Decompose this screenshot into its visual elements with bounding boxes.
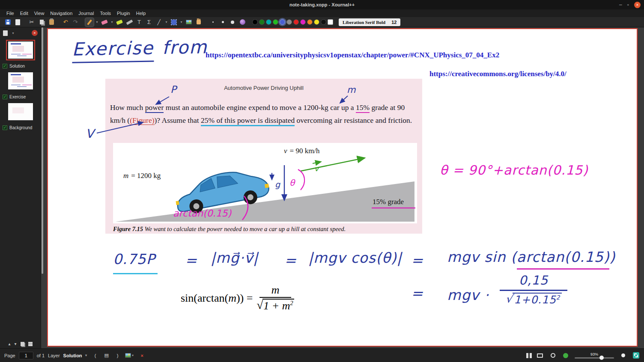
color-swatch[interactable] — [300, 19, 306, 25]
layer-item[interactable]: ✓ Exercise — [0, 92, 41, 99]
eraser-tool-button[interactable] — [100, 18, 109, 27]
select-dropdown-caret[interactable]: ▾ — [179, 20, 183, 24]
new-file-button[interactable] — [13, 18, 22, 27]
maximize-button[interactable]: ▫ — [627, 2, 629, 7]
toolbar: ✂ ↶ ↷ ▾ ▾ T Σ ╱ ▾ ▾ Liberation Serif Bol… — [0, 17, 644, 27]
sidebar-close-button[interactable]: × — [32, 30, 38, 36]
fullscreen-icon — [633, 352, 639, 359]
menu-item[interactable]: Navigation — [47, 11, 75, 16]
equation-term2: |mgv cos(θ)| — [308, 249, 402, 266]
menu-item[interactable]: File — [3, 11, 17, 16]
color-swatch[interactable] — [273, 19, 278, 25]
presentation-button[interactable] — [536, 352, 544, 359]
prev-layer-button[interactable]: ( — [92, 352, 99, 359]
pen-dropdown-caret[interactable]: ▾ — [95, 20, 99, 24]
color-swatch[interactable] — [321, 19, 326, 25]
layer-thumbnail — [8, 72, 33, 89]
color-swatch[interactable] — [307, 19, 313, 25]
menu-item[interactable]: Help — [133, 11, 149, 16]
menu-item[interactable]: View — [31, 11, 48, 16]
fullscreen-button[interactable] — [632, 352, 640, 359]
paste-button[interactable] — [47, 18, 56, 27]
exercise-text-segment: must an automobile engine expend to move… — [164, 103, 356, 112]
canvas-scrollbar[interactable] — [42, 27, 43, 274]
current-page-preview[interactable] — [6, 40, 35, 60]
sidebar-document-icon[interactable] — [3, 30, 8, 36]
color-swatch[interactable] — [259, 19, 265, 25]
zoom-slider-knob[interactable] — [599, 356, 604, 360]
highlighter-tool-button[interactable] — [115, 18, 124, 27]
zoom-100-button[interactable] — [562, 352, 569, 359]
layer-checkbox[interactable]: ✓ — [3, 95, 7, 99]
layer-item[interactable]: ✓ Background — [0, 123, 41, 130]
sidebar-down-button[interactable]: ▾ — [15, 341, 17, 346]
layer-select[interactable]: Solution ▾ — [63, 353, 88, 358]
sidebar: ▾ × ✓ Solution ✓ Exercise — [0, 27, 41, 348]
layer-item[interactable]: ✓ Solution — [0, 61, 41, 68]
thickness-thick-button[interactable] — [228, 18, 237, 27]
exercise-text-segment: (Figure) — [130, 116, 154, 125]
page-number-input[interactable] — [19, 352, 33, 359]
layer-checkbox[interactable]: ✓ — [3, 125, 7, 130]
menu-item[interactable]: Plugin — [114, 11, 133, 16]
layer-preview-button[interactable]: ▤ — [103, 352, 110, 359]
thickness-fine-button[interactable] — [209, 18, 217, 27]
tex-tool-icon: Σ — [147, 19, 151, 25]
sidebar-dropdown-caret[interactable]: ▾ — [11, 31, 15, 35]
mass-label: m= 1200 kg — [123, 172, 161, 180]
thickness-medium-button[interactable] — [218, 18, 227, 27]
sidebar-grid-button[interactable] — [28, 342, 33, 346]
delete-layer-button[interactable]: × — [138, 352, 146, 359]
pen-tool-button[interactable] — [85, 18, 94, 27]
dual-page-button[interactable] — [523, 352, 531, 359]
save-icon — [5, 19, 11, 25]
copy-button[interactable] — [37, 18, 46, 27]
shape-dropdown-caret[interactable]: ▾ — [164, 20, 168, 24]
fill-style-button[interactable] — [238, 18, 247, 27]
menu-item[interactable]: Tools — [97, 11, 114, 16]
minimize-button[interactable]: – — [619, 2, 622, 7]
color-swatch[interactable] — [266, 19, 271, 25]
zoom-percentage: 93% — [590, 352, 598, 356]
layer-checkbox[interactable]: ✓ — [3, 64, 7, 68]
handwritten-title-word1: Exercise — [72, 37, 154, 63]
text-tool-button[interactable]: T — [135, 18, 143, 27]
color-swatch[interactable] — [252, 19, 258, 25]
document-page[interactable]: Exercisefrom https://opentextbc.ca/unive… — [47, 28, 638, 347]
menu-item[interactable]: Journal — [75, 11, 97, 16]
layer-preview[interactable] — [6, 71, 35, 91]
hand-tool-button[interactable] — [194, 18, 203, 27]
color-swatch[interactable] — [280, 19, 285, 25]
add-layer-button[interactable]: ▾ — [125, 352, 135, 359]
next-layer-button[interactable]: ) — [114, 352, 122, 359]
ruler-tool-button[interactable] — [125, 18, 134, 27]
cut-button[interactable]: ✂ — [27, 18, 36, 27]
color-swatch[interactable] — [293, 19, 299, 25]
eraser-dropdown-caret[interactable]: ▾ — [110, 20, 114, 24]
close-button[interactable]: × — [634, 2, 641, 8]
sidebar-duplicate-button[interactable] — [21, 342, 24, 346]
menu-item[interactable]: Edit — [17, 11, 31, 16]
color-swatch[interactable] — [286, 19, 292, 25]
color-swatch[interactable] — [314, 19, 319, 25]
equation-row2-lhs: mgv · — [447, 287, 489, 303]
canvas[interactable]: Exercisefrom https://opentextbc.ca/unive… — [41, 27, 644, 348]
zoom-fit-button[interactable] — [549, 352, 557, 359]
page-count-label: of 1 — [37, 353, 45, 358]
sidebar-up-button[interactable]: ▴ — [8, 341, 10, 346]
insert-image-button[interactable] — [185, 18, 193, 27]
layer-preview[interactable] — [6, 132, 35, 136]
layer-label: Background — [9, 125, 32, 130]
layer-preview[interactable] — [6, 101, 35, 122]
font-button[interactable]: Liberation Serif Bold 12 — [339, 18, 400, 26]
theta-label: θ — [289, 178, 295, 188]
redo-button[interactable]: ↷ — [71, 18, 80, 27]
zoom-slider[interactable] — [575, 357, 614, 359]
tex-tool-button[interactable]: Σ — [145, 18, 153, 27]
select-region-button[interactable] — [170, 18, 178, 27]
save-button[interactable] — [3, 18, 12, 27]
shape-recognizer-button[interactable]: ╱ — [155, 18, 163, 27]
undo-button[interactable]: ↶ — [61, 18, 70, 27]
color-swatch[interactable] — [328, 19, 333, 25]
zoom-in-button[interactable] — [619, 352, 627, 359]
